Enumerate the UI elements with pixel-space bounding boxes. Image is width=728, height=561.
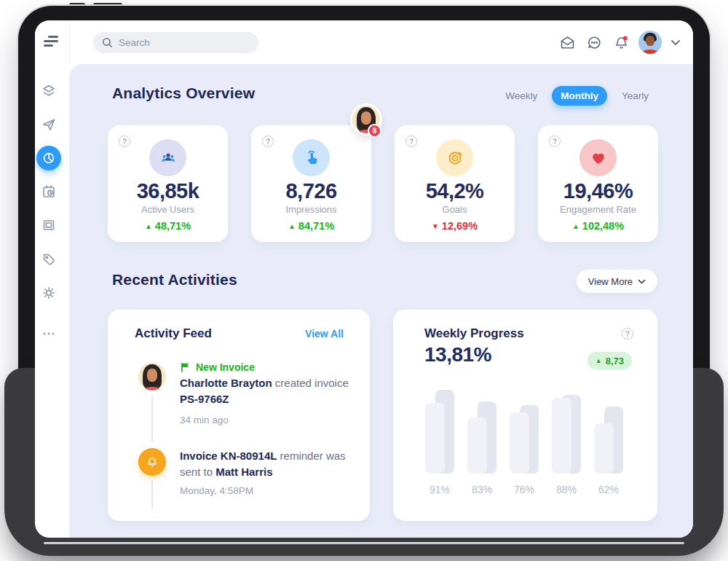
weekly-progress-value: 13,81% (424, 343, 491, 366)
bar-foreground (467, 417, 487, 474)
chevron-down-icon (638, 279, 646, 284)
bar-value-label: 76% (510, 484, 539, 495)
mail-icon[interactable] (558, 33, 577, 52)
period-tabs: Weekly Monthly Yearly (496, 86, 657, 106)
sidebar-item-projects[interactable] (41, 217, 57, 233)
trend-up-icon: ▲ (288, 222, 296, 230)
sidebar-item-planner[interactable] (41, 184, 57, 200)
stat-value: 8,726 (251, 179, 371, 203)
notification-count-badge: 8 (368, 124, 381, 138)
weekly-progress-card: Weekly Progress ? 13,81% ▲ 8,73 91%83%76… (393, 310, 657, 521)
heart-icon (579, 139, 617, 176)
bar-group: 88% (552, 390, 581, 495)
weekly-progress-delta-badge: ▲ 8,73 (587, 352, 632, 369)
avatar-photo (638, 31, 662, 54)
stat-label: Goals (395, 204, 515, 215)
stat-delta: ▼12,69% (395, 220, 515, 232)
users-icon (149, 139, 186, 176)
bar-value-label: 62% (594, 484, 623, 495)
weekly-progress-bar-chart: 91%83%76%88%62% (425, 390, 623, 495)
sidebar-item-tags[interactable] (41, 251, 57, 267)
chat-icon[interactable] (585, 33, 604, 52)
stat-delta: ▲102,48% (538, 220, 658, 232)
sidebar-item-analytics-active[interactable] (36, 146, 61, 170)
activity-timestamp: Monday, 4:58PM (180, 485, 253, 496)
activity-text: Invoice KN-80914L reminder was sent to M… (180, 448, 365, 480)
help-icon[interactable]: ? (119, 136, 130, 147)
help-icon[interactable]: ? (549, 136, 561, 147)
card-title: Weekly Progress (424, 326, 524, 341)
bar-value-label: 83% (467, 484, 496, 495)
timeline-connector (151, 480, 153, 509)
bar-value-label: 91% (425, 484, 454, 495)
trend-up-icon: ▲ (596, 357, 602, 364)
reminder-bell-icon (138, 448, 166, 476)
stat-label: Impressions (251, 204, 371, 215)
bar-value-label: 88% (552, 484, 581, 495)
target-icon (436, 139, 473, 176)
stat-value: 54,2% (395, 179, 515, 203)
bar-foreground (510, 412, 529, 474)
sidebar-item-more[interactable] (41, 326, 57, 342)
activity-timestamp: 34 min ago (180, 415, 229, 425)
search-bar[interactable] (93, 32, 258, 53)
topbar (35, 20, 693, 64)
view-all-link[interactable]: View All (305, 328, 344, 340)
search-icon (102, 37, 113, 48)
stat-value: 36,85k (108, 179, 228, 203)
activity-feed-card: Activity Feed View All New Invoice Charl… (108, 310, 370, 521)
trend-up-icon: ▲ (145, 222, 152, 230)
timeline-connector (151, 396, 153, 442)
sidebar-item-settings[interactable] (41, 285, 57, 301)
tablet-edge-highlight (44, 542, 684, 544)
activity-badge: New Invoice (180, 361, 255, 373)
stat-delta: ▲48,71% (108, 220, 228, 232)
stat-card-impressions: ? 8,726 Impressions ▲84,71% (251, 125, 371, 242)
help-icon[interactable]: ? (262, 136, 274, 147)
trend-up-icon: ▲ (572, 222, 579, 230)
help-icon[interactable]: ? (622, 328, 633, 340)
bar-foreground (425, 403, 445, 474)
activity-text: Charlotte Brayton created invoice PS-976… (180, 375, 358, 407)
tab-monthly[interactable]: Monthly (552, 86, 607, 106)
notifications-bell-icon[interactable] (612, 33, 630, 52)
bar-group: 62% (594, 390, 623, 495)
bar-group: 76% (510, 390, 539, 495)
bar-foreground (552, 398, 571, 474)
stat-label: Active Users (108, 204, 228, 215)
tablet-screen: Analytics Overview Weekly Monthly Yearly… (35, 20, 693, 538)
view-more-button[interactable]: View More (577, 270, 657, 293)
tab-yearly[interactable]: Yearly (613, 86, 657, 106)
help-icon[interactable]: ? (405, 136, 417, 147)
stat-card-engagement: ? 19,46% Engagement Rate ▲102,48% (538, 125, 658, 242)
stat-card-goals: ? 54,2% Goals ▼12,69% (395, 125, 515, 242)
menu-icon[interactable] (44, 36, 60, 47)
tap-icon (293, 139, 330, 176)
page-title: Analytics Overview (112, 85, 255, 102)
bar-foreground (594, 423, 614, 474)
user-avatar[interactable] (638, 31, 662, 54)
bar-group: 91% (425, 390, 454, 495)
stat-value: 19,46% (538, 179, 658, 203)
section-title-recent-activities: Recent Activities (112, 271, 237, 289)
content-area: Analytics Overview Weekly Monthly Yearly… (69, 64, 693, 538)
account-chevron-down-icon[interactable] (670, 33, 681, 52)
card-title: Activity Feed (135, 326, 212, 341)
sidebar-item-layers[interactable] (41, 83, 57, 99)
search-input[interactable] (119, 37, 242, 48)
tab-weekly[interactable]: Weekly (496, 86, 546, 106)
activity-avatar (138, 363, 166, 391)
trend-down-icon: ▼ (432, 222, 439, 230)
bar-group: 83% (467, 390, 496, 495)
stat-cards-row: ? 36,85k Active Users ▲48,71% ? (108, 125, 658, 242)
sidebar-item-send[interactable] (41, 117, 57, 133)
stat-card-active-users: ? 36,85k Active Users ▲48,71% (108, 125, 228, 242)
stat-delta: ▲84,71% (251, 220, 371, 232)
flag-icon (180, 362, 190, 373)
sidebar-divider (69, 20, 70, 64)
stat-label: Engagement Rate (538, 204, 658, 215)
alert-dot (622, 36, 627, 40)
